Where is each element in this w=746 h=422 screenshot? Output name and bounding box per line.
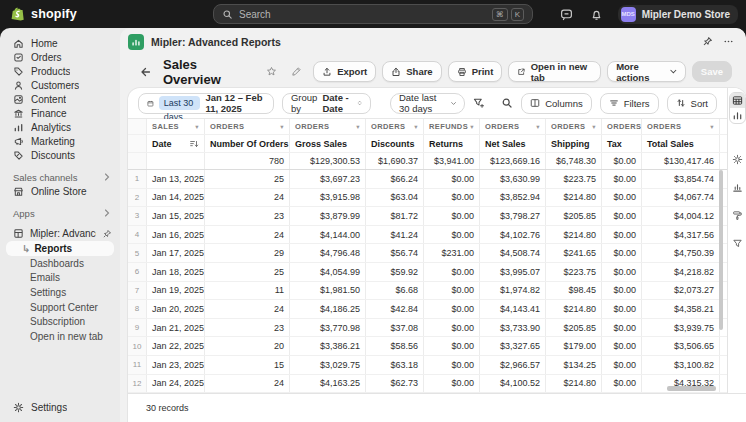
table-cell: 24 (205, 300, 290, 318)
print-button[interactable]: Print (448, 61, 503, 82)
column-header[interactable]: Tax (602, 135, 642, 152)
sidebar-item-online-store[interactable]: Online Store (0, 184, 120, 198)
sidebar-item-products[interactable]: Products (0, 64, 120, 78)
column-header[interactable]: Total Sales (642, 135, 720, 152)
horizontal-scrollbar[interactable] (667, 386, 716, 391)
sidebar-item-finance[interactable]: Finance (0, 106, 120, 120)
column-header[interactable]: Shipping (546, 135, 602, 152)
sidebar-item-analytics[interactable]: Analytics (0, 120, 120, 134)
share-button[interactable]: Share (382, 61, 441, 82)
megaphone-icon (13, 136, 24, 147)
table-cell: $0.00 (602, 300, 642, 318)
filters-button[interactable]: Filters (600, 93, 659, 114)
column-group-header[interactable]: ORDERS▾ (480, 119, 546, 134)
page-header: Sales Overview Export Share (120, 55, 746, 88)
group-caret-icon[interactable]: ▾ (710, 123, 714, 131)
sidebar-item-mipler-app[interactable]: Mipler: Advanced Rep... (0, 226, 120, 241)
rename-pencil-icon[interactable] (288, 63, 305, 81)
column-header[interactable]: Returns (424, 135, 480, 152)
column-header[interactable]: Discounts (366, 135, 424, 152)
table-cell: $3,995.07 (480, 263, 546, 281)
column-group-header[interactable]: ORDERS▾ (366, 119, 424, 134)
column-group-header[interactable]: ORDERS▾ (602, 119, 642, 134)
pin-icon[interactable] (702, 36, 713, 47)
sidebar-item-customers[interactable]: Customers (0, 78, 120, 92)
sidebar-item-discounts[interactable]: Discounts (0, 148, 120, 162)
table-search-icon[interactable] (501, 94, 513, 112)
group-caret-icon[interactable]: ▾ (592, 123, 596, 131)
group-caret-icon[interactable]: ▾ (536, 123, 540, 131)
sidebar-item-home[interactable]: Home (0, 36, 120, 50)
add-filter-icon[interactable] (473, 94, 485, 112)
sidebar-item-subscription[interactable]: Subscription (0, 314, 120, 329)
column-group-header[interactable]: SALES▾ (147, 119, 205, 134)
table-cell: $37.08 (366, 319, 424, 337)
open-in-new-tab-button[interactable]: Open in new tab (508, 61, 601, 82)
sidebar-item-reports[interactable]: ↳ Reports (6, 241, 114, 256)
column-header[interactable]: Net Sales (480, 135, 546, 152)
format-roller-icon[interactable] (732, 210, 743, 221)
column-group-header[interactable]: ORDERS▾ (290, 119, 366, 134)
chart-panel-icon[interactable] (732, 182, 743, 193)
row-number: 3 (128, 207, 147, 225)
bar-chart-icon (13, 122, 24, 133)
sidebar-item-marketing[interactable]: Marketing (0, 134, 120, 148)
table-cell: $3,630.99 (480, 170, 546, 188)
print-icon (457, 67, 467, 77)
group-caret-icon[interactable]: ▾ (470, 123, 474, 131)
table-cell: Jan 16, 2025 (147, 226, 205, 244)
back-arrow-icon[interactable] (136, 63, 153, 81)
table-cell: $0.00 (424, 207, 480, 225)
column-group-header[interactable]: ORDERS▾ (642, 119, 720, 134)
export-button[interactable]: Export (313, 61, 376, 82)
filter-panel-icon[interactable] (732, 238, 743, 249)
global-search-input[interactable]: Search ⌘K (213, 4, 533, 24)
table-cell: $214.80 (546, 375, 602, 393)
save-button[interactable]: Save (692, 61, 732, 82)
group-caret-icon[interactable]: ▾ (280, 123, 284, 131)
columns-button[interactable]: Columns (521, 93, 592, 114)
shopify-logo[interactable]: shopify (10, 6, 77, 22)
sidebar-item-settings[interactable]: Settings (0, 400, 120, 414)
sort-button[interactable]: Sort (667, 93, 717, 114)
group-caret-icon[interactable]: ▾ (414, 123, 418, 131)
table-cell: Jan 19, 2025 (147, 282, 205, 300)
sidebar-item-app-settings[interactable]: Settings (0, 285, 120, 300)
column-header[interactable]: Gross Sales (290, 135, 366, 152)
sidebar-item-content[interactable]: Content (0, 92, 120, 106)
table-view-icon[interactable] (730, 93, 745, 108)
table-row: 12Jan 24, 202524$4,163.25$62.73$0.00$4,1… (128, 375, 727, 393)
view-rail (727, 88, 746, 393)
column-group-header[interactable]: ORDERS▾ (205, 119, 290, 134)
group-by-select[interactable]: Group by Date - Date (282, 93, 371, 114)
totals-cell: $129,300.53 (290, 153, 366, 169)
column-group-header[interactable]: REFUNDS▾ (424, 119, 480, 134)
applied-filter-pill[interactable]: Date last 30 days (390, 93, 465, 114)
chart-view-icon[interactable] (730, 108, 745, 123)
favorite-star-icon[interactable] (263, 63, 280, 81)
notifications-bell-icon[interactable] (588, 5, 606, 23)
column-header[interactable]: Number Of Orders (205, 135, 290, 152)
report-settings-gear-icon[interactable] (732, 154, 743, 165)
record-count: 30 records (146, 403, 189, 413)
more-options-icon[interactable] (723, 36, 734, 47)
table-cell: $62.73 (366, 375, 424, 393)
sidebar-item-dashboards[interactable]: Dashboards (0, 256, 120, 271)
sidebar-section-sales-channels[interactable]: Sales channels (0, 170, 120, 184)
sidebar-item-orders[interactable]: Orders (0, 50, 120, 64)
group-caret-icon[interactable]: ▾ (195, 123, 199, 131)
alerts-icon[interactable] (558, 5, 576, 23)
more-actions-button[interactable]: More actions (607, 61, 686, 82)
sidebar-section-apps[interactable]: Apps (0, 206, 120, 220)
sidebar-item-support-center[interactable]: Support Center (0, 300, 120, 315)
column-header[interactable]: Date (147, 135, 205, 152)
vertical-scrollbar[interactable] (719, 170, 723, 330)
pin-icon[interactable] (102, 229, 112, 239)
sidebar-item-emails[interactable]: Emails (0, 271, 120, 286)
row-number-header (128, 119, 147, 134)
sidebar-item-open-in-new-tab[interactable]: Open in new tab (0, 329, 120, 344)
group-caret-icon[interactable]: ▾ (356, 123, 360, 131)
column-group-header[interactable]: ORDERS▾ (546, 119, 602, 134)
date-range-button[interactable]: Last 30 days Jan 12 – Feb 11, 2025 (138, 93, 274, 114)
store-menu[interactable]: MDS Mipler Demo Store (618, 5, 738, 24)
